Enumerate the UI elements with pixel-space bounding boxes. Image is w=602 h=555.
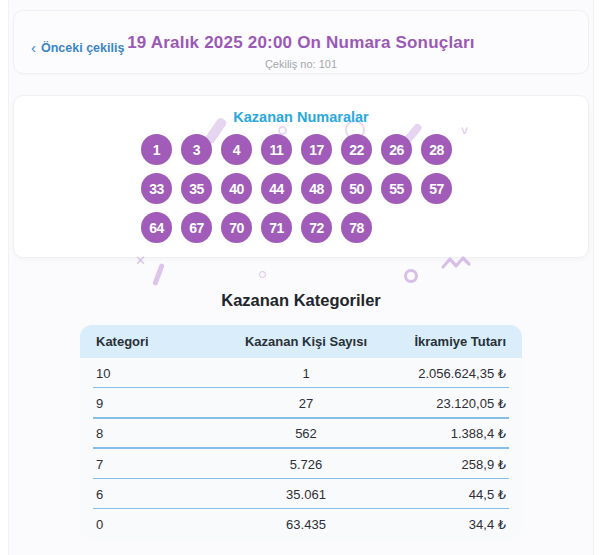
cell-prize: 34,4 ₺ <box>382 517 522 532</box>
categories-table: Kategori Kazanan Kişi Sayısı İkramiye Tu… <box>80 325 522 540</box>
draw-header-card: ‹ Önceki çekiliş 19 Aralık 2025 20:00 On… <box>13 10 589 74</box>
table-row: 1012.056.624,35 ₺ <box>80 358 522 388</box>
cell-winners: 27 <box>230 396 382 411</box>
table-row: 92723.120,05 ₺ <box>80 388 522 418</box>
number-ball: 78 <box>341 212 372 243</box>
on-numara-results-page: ‹ Önceki çekiliş 19 Aralık 2025 20:00 On… <box>0 0 602 555</box>
number-ball: 22 <box>341 134 372 165</box>
table-row: 635.06144,5 ₺ <box>80 479 522 509</box>
number-ball: 55 <box>381 173 412 204</box>
cell-winners: 562 <box>230 426 382 441</box>
number-ball: 72 <box>301 212 332 243</box>
number-ball: 26 <box>381 134 412 165</box>
number-ball: 70 <box>221 212 252 243</box>
cell-winners: 63.435 <box>230 517 382 532</box>
page-title: 19 Aralık 2025 20:00 On Numara Sonuçları <box>14 33 588 53</box>
number-ball: 35 <box>181 173 212 204</box>
categories-table-body: 1012.056.624,35 ₺92723.120,05 ₺85621.388… <box>80 358 522 540</box>
cell-category: 8 <box>80 426 230 441</box>
cell-category: 10 <box>80 366 230 381</box>
cell-category: 6 <box>80 487 230 502</box>
number-ball: 71 <box>261 212 292 243</box>
cell-winners: 35.061 <box>230 487 382 502</box>
number-ball: 57 <box>421 173 452 204</box>
number-ball: 11 <box>261 134 292 165</box>
column-header-winners: Kazanan Kişi Sayısı <box>230 334 382 349</box>
categories-table-header: Kategori Kazanan Kişi Sayısı İkramiye Tu… <box>80 325 522 358</box>
number-ball: 64 <box>141 212 172 243</box>
table-row: 75.726258,9 ₺ <box>80 449 522 479</box>
winning-numbers-title: Kazanan Numaralar <box>14 109 588 125</box>
number-ball: 48 <box>301 173 332 204</box>
cell-prize: 23.120,05 ₺ <box>382 396 522 411</box>
number-ball: 17 <box>301 134 332 165</box>
cell-prize: 44,5 ₺ <box>382 487 522 502</box>
cell-prize: 1.388,4 ₺ <box>382 426 522 441</box>
table-row: 063.43534,4 ₺ <box>80 509 522 539</box>
winning-numbers-card: ✕ ˅ Kazanan Numaralar 134111722262833354… <box>13 95 589 258</box>
number-ball: 3 <box>181 134 212 165</box>
column-header-category: Kategori <box>80 334 230 349</box>
number-ball: 1 <box>141 134 172 165</box>
table-row: 85621.388,4 ₺ <box>80 419 522 449</box>
winning-numbers-grid: 1341117222628333540444850555764677071727… <box>141 134 461 243</box>
column-header-prize: İkramiye Tutarı <box>382 334 522 349</box>
number-ball: 28 <box>421 134 452 165</box>
categories-title: Kazanan Kategoriler <box>0 291 602 310</box>
cell-winners: 5.726 <box>230 457 382 472</box>
cell-category: 0 <box>80 517 230 532</box>
number-ball: 50 <box>341 173 372 204</box>
confetti-caret-icon: ˅ <box>461 124 468 138</box>
draw-number: Çekiliş no: 101 <box>14 58 588 70</box>
cell-winners: 1 <box>230 366 382 381</box>
cell-category: 7 <box>80 457 230 472</box>
number-ball: 44 <box>261 173 292 204</box>
cell-prize: 258,9 ₺ <box>382 457 522 472</box>
cell-prize: 2.056.624,35 ₺ <box>382 366 522 381</box>
number-ball: 40 <box>221 173 252 204</box>
number-ball: 33 <box>141 173 172 204</box>
cell-category: 9 <box>80 396 230 411</box>
number-ball: 67 <box>181 212 212 243</box>
number-ball: 4 <box>221 134 252 165</box>
